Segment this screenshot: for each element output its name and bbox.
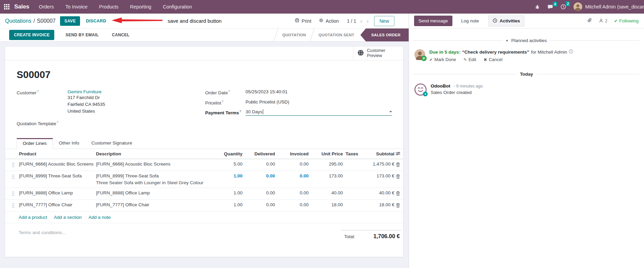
cell-description[interactable]: [FURN_8999] Three-Seat SofaThree Seater … (95, 171, 207, 188)
customer-preview-button[interactable]: Customer Preview (353, 46, 403, 60)
fields-right-column: Order Date? 05/25/2023 15:40:01 Pricelis… (205, 89, 392, 130)
delete-row-icon[interactable] (395, 199, 403, 211)
cell-unit-price[interactable]: 18.00 (309, 199, 344, 211)
app-name[interactable]: Sales (14, 3, 29, 10)
customer-link[interactable]: Gemini Furniture (67, 89, 102, 94)
cell-product[interactable]: [FURN_8888] Office Lamp (17, 188, 95, 199)
pricelist-field[interactable]: Public Pricelist (USD) (246, 99, 289, 106)
cell-description[interactable]: [FURN_7777] Office Chair (95, 199, 207, 211)
add-a-section-link[interactable]: Add a section (54, 215, 82, 220)
pager-value[interactable]: 1 / 1 (347, 18, 356, 24)
cell-unit-price[interactable]: 40.00 (309, 188, 344, 199)
collapse-caret-icon[interactable]: ▾ (506, 39, 508, 42)
cell-description[interactable]: [FURN_8888] Office Lamp (95, 188, 207, 199)
order-date-field[interactable]: 05/25/2023 15:40:01 (246, 89, 288, 95)
cancel-activity-button[interactable]: ✖Cancel (484, 57, 503, 62)
activity-actions: ✔Mark Done ✎Edit ✖Cancel (429, 57, 573, 62)
stage-quotation[interactable]: QUOTATION (276, 28, 312, 41)
delete-row-icon[interactable] (395, 159, 403, 171)
followers-button[interactable]: 2 (599, 18, 607, 24)
cell-delivered[interactable]: 0.00 (243, 159, 276, 171)
drag-handle-icon[interactable] (5, 188, 17, 199)
table-row: [FURN_7777] Office Chair [FURN_7777] Off… (5, 199, 403, 211)
send-by-email-button[interactable]: SEND BY EMAIL (63, 32, 101, 38)
x-icon: ✖ (484, 57, 487, 62)
column-header-product: Product (17, 149, 95, 159)
address-line: United States (67, 108, 105, 115)
log-note-button[interactable]: Log note (461, 18, 479, 23)
cell-delivered[interactable]: 0.00 (243, 188, 276, 199)
cell-invoiced[interactable]: 0.00 (276, 159, 309, 171)
cell-taxes[interactable] (344, 199, 365, 211)
cell-quantity[interactable]: 5.00 (207, 159, 243, 171)
cell-delivered[interactable]: 0.00 (243, 171, 276, 188)
messages-icon[interactable]: 4 (547, 4, 553, 9)
breadcrumb-parent-link[interactable]: Quotations (5, 18, 31, 24)
drag-handle-icon[interactable] (5, 171, 17, 188)
tab-other-info[interactable]: Other Info (53, 138, 85, 149)
activities-button[interactable]: Activities (488, 16, 524, 26)
terms-and-conditions-placeholder[interactable]: Terms and conditions... (19, 230, 66, 240)
nav-item-to-invoice[interactable]: To Invoice (65, 4, 87, 9)
cell-quantity[interactable]: 1.00 (207, 171, 243, 188)
print-button[interactable]: Print (295, 18, 311, 24)
activity-type-badge-icon (421, 56, 427, 61)
cell-product[interactable]: [FURN_8999] Three-Seat Sofa (17, 171, 95, 188)
add-a-note-link[interactable]: Add a note (89, 215, 111, 220)
send-message-button[interactable]: Send message (414, 16, 452, 26)
mark-done-button[interactable]: ✔Mark Done (429, 57, 456, 62)
tab-customer-signature[interactable]: Customer Signature (85, 138, 138, 149)
activities-clock-icon[interactable]: 2 (561, 4, 566, 9)
cell-unit-price[interactable]: 173.00 (309, 171, 344, 188)
cell-taxes[interactable] (344, 188, 365, 199)
nav-item-reporting[interactable]: Reporting (130, 4, 151, 9)
drag-handle-icon[interactable] (5, 199, 17, 211)
payment-terms-input[interactable]: 30 Days (246, 109, 392, 116)
delete-row-icon[interactable] (395, 171, 403, 188)
delete-row-icon[interactable] (395, 188, 403, 199)
edit-activity-button[interactable]: ✎Edit (464, 57, 476, 62)
cell-quantity[interactable]: 1.00 (207, 199, 243, 211)
optional-columns-icon[interactable] (395, 151, 401, 157)
discard-button[interactable]: DISCARD (86, 19, 106, 23)
cell-taxes[interactable] (344, 159, 365, 171)
cell-delivered[interactable]: 0.00 (243, 199, 276, 211)
debug-icon[interactable] (535, 4, 540, 9)
following-button[interactable]: ✔ Following (614, 18, 639, 23)
save-button[interactable]: SAVE (60, 16, 80, 26)
nav-item-products[interactable]: Products (99, 4, 118, 9)
help-marker: ? (57, 120, 58, 124)
prev-page-button[interactable]: ‹ (360, 18, 362, 24)
user-menu[interactable]: Mitchell Admin (save_discar (573, 2, 644, 11)
stage-sales-order[interactable]: SALES ORDER (360, 28, 409, 41)
cell-description-line2: Three Seater Sofa with Lounger in Steel … (96, 180, 207, 185)
cell-unit-price[interactable]: 295.00 (309, 159, 344, 171)
help-marker: ? (37, 89, 39, 93)
action-button[interactable]: Action (319, 18, 339, 24)
drag-handle-icon[interactable] (5, 159, 17, 171)
nav-item-orders[interactable]: Orders (39, 4, 54, 9)
new-button[interactable]: New (374, 16, 394, 26)
nav-item-configuration[interactable]: Configuration (163, 4, 192, 9)
cell-invoiced[interactable]: 0.00 (276, 188, 309, 199)
info-icon[interactable] (569, 49, 573, 55)
cell-invoiced[interactable]: 0.00 (276, 171, 309, 188)
stage-quotation-sent[interactable]: QUOTATION SENT (312, 28, 360, 41)
annotation-text: save and discard button (168, 18, 221, 24)
tab-order-lines[interactable]: Order Lines (17, 138, 53, 149)
attachment-paperclip-icon[interactable] (587, 18, 592, 24)
cell-taxes[interactable] (344, 171, 365, 188)
create-invoice-button[interactable]: CREATE INVOICE (9, 30, 54, 40)
apps-grid-icon[interactable] (4, 4, 9, 9)
cell-product[interactable]: [FURN_6666] Acoustic Bloc Screens (17, 159, 95, 171)
cell-invoiced[interactable]: 0.00 (276, 199, 309, 211)
dropdown-caret-icon[interactable] (389, 111, 392, 113)
chatter-panel: Send message Log note Activities 2 ✔ Fol… (409, 14, 644, 268)
cell-quantity[interactable]: 1.00 (207, 188, 243, 199)
cell-description[interactable]: [FURN_6666] Acoustic Bloc Screens (95, 159, 207, 171)
next-page-button[interactable]: › (367, 18, 369, 24)
quotation-template-label: Quotation Template? (17, 120, 67, 126)
add-a-product-link[interactable]: Add a product (19, 215, 47, 220)
cancel-button[interactable]: CANCEL (110, 32, 132, 38)
cell-product[interactable]: [FURN_7777] Office Chair (17, 199, 95, 211)
